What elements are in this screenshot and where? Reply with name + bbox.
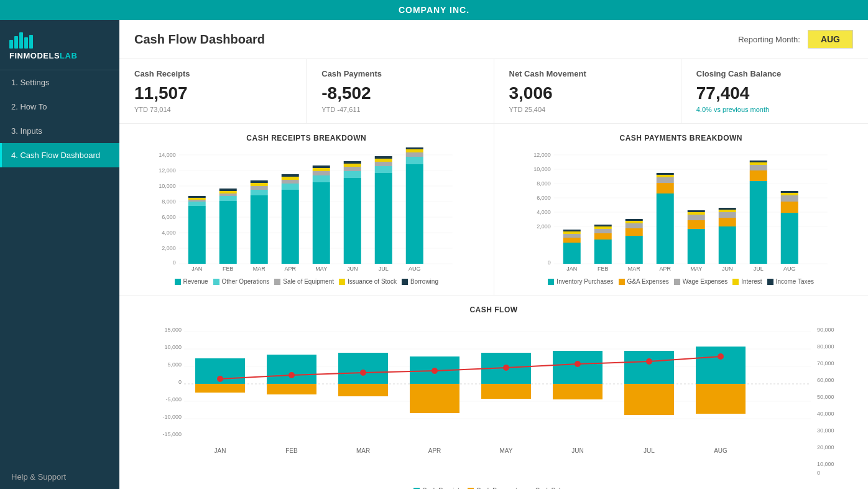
- svg-text:AUG: AUG: [409, 266, 421, 272]
- svg-rect-97: [656, 183, 673, 193]
- svg-rect-58: [406, 164, 423, 264]
- svg-rect-153: [267, 384, 316, 394]
- reporting-label: Reporting Month:: [738, 35, 800, 44]
- svg-point-176: [432, 368, 438, 374]
- svg-point-173: [217, 376, 223, 382]
- bar5: [29, 35, 33, 49]
- svg-rect-48: [344, 167, 361, 171]
- sidebar-item-support[interactable]: Help & Support: [0, 465, 119, 489]
- svg-rect-42: [313, 171, 330, 175]
- svg-text:JUN: JUN: [722, 266, 733, 272]
- svg-rect-36: [282, 180, 299, 184]
- svg-text:5,000: 5,000: [167, 361, 182, 368]
- svg-rect-16: [188, 206, 206, 264]
- svg-rect-61: [406, 149, 423, 152]
- kpi-row: Cash Receipts 11,507 YTD 73,014 Cash Pay…: [119, 59, 868, 124]
- bar2: [14, 36, 18, 49]
- svg-rect-96: [656, 193, 673, 264]
- svg-text:MAY: MAY: [315, 266, 327, 272]
- svg-rect-123: [780, 193, 798, 195]
- svg-rect-114: [749, 181, 767, 264]
- svg-text:30,000: 30,000: [817, 427, 834, 434]
- cashflow-svg-container: 15,000 10,000 5,000 0 -5,000 -10,000 -15…: [129, 319, 858, 483]
- svg-text:JUL: JUL: [379, 266, 389, 272]
- svg-text:10,000: 10,000: [533, 166, 551, 172]
- svg-text:10,000: 10,000: [817, 461, 834, 467]
- svg-rect-25: [219, 191, 237, 193]
- kpi-label-0: Cash Receipts: [134, 69, 291, 78]
- company-name: COMPANY INC.: [399, 5, 469, 15]
- receipts-chart-container: 14,000 12,000 10,000 8,000 6,000 4,000 2…: [129, 147, 484, 274]
- svg-point-174: [289, 372, 295, 378]
- svg-rect-82: [563, 230, 580, 231]
- svg-rect-91: [625, 228, 642, 236]
- svg-rect-109: [718, 218, 736, 226]
- svg-text:FEB: FEB: [285, 447, 298, 454]
- svg-rect-168: [624, 384, 674, 415]
- svg-text:MAR: MAR: [253, 266, 266, 272]
- svg-rect-103: [687, 220, 704, 229]
- svg-point-178: [575, 361, 581, 367]
- payments-chart-title: CASH PAYMENTS BREAKDOWN: [504, 134, 859, 142]
- svg-rect-37: [282, 177, 299, 180]
- svg-rect-26: [219, 189, 237, 191]
- svg-rect-117: [749, 162, 767, 165]
- legend-wage: Wage Expenses: [674, 278, 727, 285]
- receipts-legend: Revenue Other Operations Sale of Equipme…: [129, 278, 484, 285]
- svg-text:AUG: AUG: [714, 447, 727, 454]
- svg-text:MAY: MAY: [500, 447, 513, 454]
- svg-text:14,000: 14,000: [159, 152, 176, 158]
- svg-rect-23: [219, 196, 237, 201]
- svg-text:MAY: MAY: [690, 266, 702, 272]
- content-header: Cash Flow Dashboard Reporting Month: AUG: [119, 20, 868, 59]
- svg-rect-59: [406, 157, 423, 164]
- svg-rect-78: [563, 243, 580, 264]
- kpi-cash-receipts: Cash Receipts 11,507 YTD 73,014: [119, 59, 307, 123]
- svg-text:90,000: 90,000: [817, 327, 834, 333]
- svg-rect-84: [594, 240, 611, 264]
- sidebar: FINMODELSLAB 1. Settings 2. How To 3. In…: [0, 20, 119, 489]
- svg-text:4,000: 4,000: [537, 209, 551, 215]
- svg-rect-50: [344, 161, 361, 164]
- svg-rect-164: [553, 351, 603, 384]
- svg-rect-29: [251, 190, 268, 195]
- payments-svg: 12,000 10,000 8,000 6,000 4,000 2,000 0: [504, 147, 859, 272]
- svg-rect-49: [344, 164, 361, 167]
- legend-gna: G&A Expenses: [619, 278, 669, 285]
- svg-text:APR: APR: [428, 447, 441, 454]
- payments-chart: CASH PAYMENTS BREAKDOWN 12,000 10,000 8,…: [494, 124, 869, 295]
- kpi-label-1: Cash Payments: [321, 69, 478, 78]
- cashflow-svg: 15,000 10,000 5,000 0 -5,000 -10,000 -15…: [129, 319, 858, 481]
- svg-text:6,000: 6,000: [162, 214, 176, 220]
- sidebar-item-dashboard[interactable]: 4. Cash Flow Dashboard: [0, 143, 119, 167]
- svg-text:8,000: 8,000: [537, 180, 551, 187]
- svg-rect-30: [251, 186, 268, 190]
- charts-row: CASH RECEIPTS BREAKDOWN 14,000 12,000 10…: [119, 124, 868, 296]
- svg-rect-35: [282, 184, 299, 190]
- svg-rect-159: [410, 384, 459, 413]
- svg-rect-40: [313, 182, 330, 264]
- receipts-svg: 14,000 12,000 10,000 8,000 6,000 4,000 2…: [129, 147, 484, 272]
- svg-rect-18: [188, 200, 206, 202]
- legend-revenue: Revenue: [175, 278, 208, 285]
- sidebar-item-settings[interactable]: 1. Settings: [0, 70, 119, 95]
- svg-point-179: [646, 358, 652, 365]
- logo-text: FINMODELSLAB: [9, 51, 110, 60]
- sidebar-item-inputs[interactable]: 3. Inputs: [0, 119, 119, 143]
- month-badge: AUG: [808, 30, 853, 49]
- svg-rect-171: [696, 384, 746, 414]
- legend-other-ops: Other Operations: [213, 278, 270, 285]
- svg-rect-122: [780, 195, 798, 202]
- svg-rect-46: [344, 178, 361, 264]
- svg-text:JAN: JAN: [192, 266, 202, 272]
- svg-rect-93: [625, 221, 642, 223]
- svg-rect-120: [780, 213, 798, 264]
- svg-text:80,000: 80,000: [817, 343, 834, 350]
- svg-point-177: [503, 365, 509, 371]
- kpi-cash-payments: Cash Payments -8,502 YTD -47,611: [307, 59, 494, 123]
- svg-rect-56: [375, 156, 392, 159]
- svg-rect-87: [594, 226, 611, 229]
- sidebar-item-howto[interactable]: 2. How To: [0, 95, 119, 119]
- svg-text:AUG: AUG: [783, 266, 795, 272]
- svg-rect-165: [553, 384, 603, 399]
